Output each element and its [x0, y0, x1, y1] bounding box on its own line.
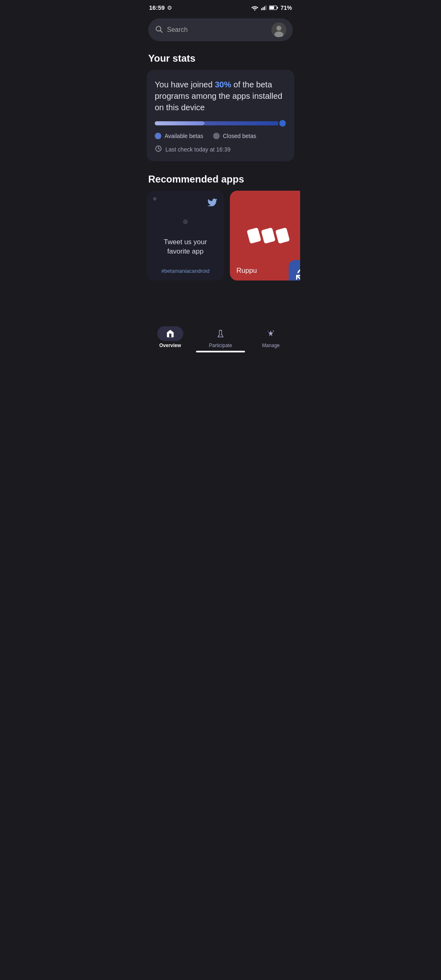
last-check-text: Last check today at 16:39 [165, 146, 231, 153]
nav-label-manage: Manage [262, 343, 280, 348]
progress-bar-fill [155, 121, 205, 125]
avatar[interactable] [272, 22, 286, 37]
last-check: Last check today at 16:39 [155, 145, 286, 154]
svg-rect-1 [261, 8, 262, 10]
dot-decoration-2 [183, 219, 188, 224]
nav-item-overview[interactable]: Overview [145, 326, 195, 348]
nav-icon-manage [258, 326, 284, 341]
status-time: 16:59 [149, 4, 165, 11]
nav-label-participate: Participate [209, 343, 232, 348]
gear-icon: ⚙ [167, 4, 172, 11]
tweet-card[interactable]: Tweet us your favorite app #betamaniacan… [147, 191, 224, 281]
recommended-section-title: Recommended apps [141, 169, 300, 191]
search-icon [155, 25, 163, 35]
svg-point-19 [221, 334, 222, 335]
progress-bar-remaining [205, 121, 286, 125]
nav-item-participate[interactable]: Participate [195, 326, 245, 348]
legend-dot-available [155, 133, 161, 139]
twitter-icon [207, 197, 218, 209]
search-container: Search [141, 14, 300, 49]
status-bar: 16:59 ⚙ 71% [141, 0, 300, 14]
svg-rect-15 [261, 227, 276, 244]
search-bar[interactable]: Search [148, 18, 293, 41]
svg-rect-2 [263, 7, 263, 10]
tweet-text: Tweet us your favorite app [153, 237, 218, 257]
ruppu-card-wrap: Ruppu [230, 191, 300, 281]
svg-rect-14 [247, 227, 261, 244]
battery-icon [269, 5, 278, 10]
battery-percent: 71% [281, 4, 292, 11]
dot-decoration [153, 197, 156, 200]
stats-section-title: Your stats [141, 49, 300, 70]
stats-percentage: 30% [215, 80, 231, 89]
progress-bar [155, 121, 286, 125]
nav-label-overview: Overview [159, 343, 181, 348]
svg-rect-4 [265, 5, 266, 10]
progress-toggle [278, 119, 287, 128]
svg-line-9 [160, 30, 163, 32]
stats-description: You have joined 30% of the beta programs… [155, 79, 286, 113]
app-cards-row: Tweet us your favorite app #betamaniacan… [141, 191, 300, 281]
nav-item-manage[interactable]: Manage [246, 326, 296, 348]
tweet-hashtag: #betamaniacandroid [153, 268, 218, 274]
svg-rect-6 [277, 7, 278, 9]
search-placeholder: Search [167, 26, 267, 33]
legend: Available betas Closed betas [155, 133, 286, 139]
legend-available: Available betas [155, 133, 203, 139]
wifi-icon [251, 5, 258, 11]
svg-point-18 [219, 335, 220, 336]
stats-prefix: You have joined [155, 80, 215, 89]
legend-dot-closed [213, 133, 220, 139]
svg-point-0 [254, 9, 255, 10]
nav-icon-overview [157, 326, 183, 341]
svg-point-11 [276, 26, 281, 31]
refresh-badge[interactable] [289, 260, 300, 281]
legend-closed-label: Closed betas [223, 133, 256, 139]
ruppu-label: Ruppu [236, 267, 257, 275]
svg-rect-3 [264, 6, 265, 10]
svg-rect-7 [270, 6, 274, 9]
clock-icon [155, 145, 162, 154]
svg-rect-16 [275, 227, 290, 244]
stats-card: You have joined 30% of the beta programs… [147, 70, 294, 161]
signal-icon [261, 5, 267, 11]
ruppu-logo [246, 225, 291, 246]
legend-available-label: Available betas [165, 133, 203, 139]
svg-point-21 [268, 331, 269, 332]
bottom-nav: Overview Participate Manage [141, 321, 300, 356]
nav-icon-participate [207, 326, 234, 341]
legend-closed: Closed betas [213, 133, 256, 139]
home-indicator [196, 351, 245, 352]
svg-point-20 [273, 330, 274, 332]
